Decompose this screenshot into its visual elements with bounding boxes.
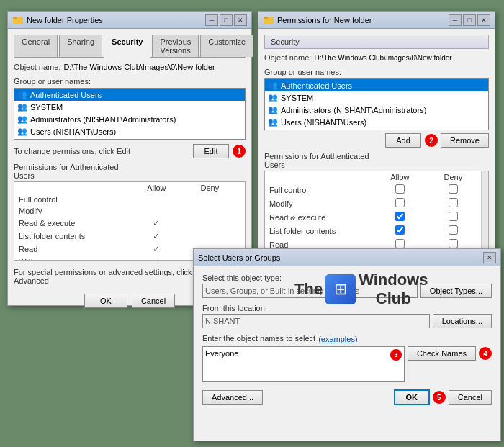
list-item[interactable]: 👥 Users (NISHANT\Users) <box>265 116 488 128</box>
window2-close-btn[interactable]: ✕ <box>477 14 490 26</box>
ok-btn-group: OK 5 <box>394 389 446 405</box>
svg-rect-1 <box>13 17 17 19</box>
perm-deny-check[interactable] <box>427 183 480 197</box>
list-item[interactable]: 👥 SYSTEM <box>265 91 488 104</box>
remove-button[interactable]: Remove <box>441 133 489 148</box>
list-item[interactable]: 👥 Users (NISHANT\Users) <box>14 125 245 137</box>
number4-badge: 4 <box>479 347 492 360</box>
window1-user-list[interactable]: 👥 Authenticated Users 👥 SYSTEM 👥 Adminis… <box>14 88 246 140</box>
edit-button[interactable]: Edit <box>193 144 229 158</box>
add-button[interactable]: Add <box>385 133 421 148</box>
perm-allow-checkbox[interactable] <box>395 198 405 207</box>
perm-allow-cell: ✓ <box>130 256 184 261</box>
window3-content: The ⊞ WindowsClub Select this object typ… <box>194 266 500 412</box>
perm-deny-check[interactable] <box>427 210 480 224</box>
folder-icon2 <box>263 14 274 26</box>
perm-deny-checkbox[interactable] <box>449 184 458 194</box>
window1-ok-button[interactable]: OK <box>84 294 127 308</box>
window1-close-btn[interactable]: ✕ <box>234 14 247 26</box>
window2-security-label: Security <box>271 37 300 46</box>
names-input-row: Everyone 3 Check Names 4 <box>202 346 492 384</box>
window3-object-type-section: Select this object type: Object Types... <box>202 274 492 298</box>
window2-add-remove-row: Add 2 Remove <box>264 133 489 148</box>
window1-permissions-label: Permissions for AuthenticatedUsers <box>14 163 246 180</box>
window1-titlebar: New folder Properties ─ □ ✕ <box>8 12 251 29</box>
window3-controls: ✕ <box>483 252 496 263</box>
list-item-label: Authenticated Users <box>30 91 102 99</box>
window2-titlebar: Permissions for New folder ─ □ ✕ <box>258 12 495 29</box>
perm-allow-cell <box>130 205 184 217</box>
list-item[interactable]: 👥 Authenticated Users <box>265 79 488 91</box>
window3-close-btn[interactable]: ✕ <box>483 252 496 263</box>
perm-allow-check[interactable] <box>373 210 427 224</box>
window2-maximize-btn[interactable]: □ <box>463 14 476 26</box>
perm-name: Read & execute <box>265 210 373 224</box>
perm-deny-cell <box>184 205 236 217</box>
object-types-button[interactable]: Object Types... <box>420 284 492 298</box>
window3-advanced-button[interactable]: Advanced... <box>202 390 263 405</box>
perm-name: List folder contents <box>265 224 373 238</box>
list-item-label: Users (NISHANT\Users) <box>281 118 366 127</box>
perm-allow-check[interactable] <box>373 197 427 210</box>
perm-allow-checkbox[interactable] <box>395 225 405 235</box>
window1-title-text: New folder Properties <box>27 16 103 24</box>
list-item[interactable]: 👥 Administrators (NISHANT\Administrators… <box>265 104 488 116</box>
scrollbar[interactable] <box>481 171 488 249</box>
edit-btn-group: Edit 1 <box>193 144 246 158</box>
window2-permissions-label: Permissions for AuthenticatedUsers <box>264 152 489 169</box>
window2-permissions-table: Allow Deny Full control Modify <box>265 171 480 250</box>
perm-name: Modify <box>14 205 130 217</box>
window2-user-list[interactable]: 👥 Authenticated Users 👥 SYSTEM 👥 Adminis… <box>264 78 489 130</box>
window1-edit-row: To change permissions, click Edit Edit 1 <box>14 144 246 158</box>
window1-tab-bar: General Sharing Security Previous Versio… <box>14 35 246 58</box>
names-textarea[interactable]: Everyone <box>202 346 405 382</box>
window1-object-name-row: Object name: D:\The Windows Club\Images\… <box>14 63 246 71</box>
perm-deny-checkbox[interactable] <box>449 212 458 221</box>
list-item[interactable]: 👥 SYSTEM <box>14 101 245 113</box>
perm-allow-cell: ✓ <box>130 243 184 256</box>
check-names-button[interactable]: Check Names <box>408 346 476 361</box>
window3-cancel-button[interactable]: Cancel <box>449 390 492 405</box>
tab-previous-versions[interactable]: Previous Versions <box>152 35 199 57</box>
perm-allow-checkbox[interactable] <box>395 184 405 194</box>
window1-group-label: Group or user names: <box>14 77 246 86</box>
window3-title-left: Select Users or Groups <box>198 253 280 262</box>
tab-customize[interactable]: Customize <box>200 35 253 57</box>
examples-link[interactable]: (examples) <box>318 335 357 343</box>
window2-permissions-box: Allow Deny Full control Modify <box>264 171 489 250</box>
list-item[interactable]: 👥 Authenticated Users <box>14 89 245 101</box>
window3-object-type-label: Select this object type: <box>202 274 492 282</box>
check-names-group: Check Names 4 <box>408 346 492 361</box>
perm-allow-check[interactable] <box>373 183 427 197</box>
object-type-row: Object Types... <box>202 284 492 298</box>
window2-minimize-btn[interactable]: ─ <box>449 14 462 26</box>
tab-sharing[interactable]: Sharing <box>59 35 102 57</box>
user-icon: 👥 <box>17 127 27 136</box>
perm-deny-check[interactable] <box>427 197 480 210</box>
perm-deny-checkbox[interactable] <box>449 198 458 207</box>
list-item-label: Administrators (NISHANT\Administrators) <box>281 106 426 114</box>
add-btn-group: Add 2 <box>385 133 438 148</box>
perm-deny-check[interactable] <box>427 224 480 238</box>
perm-allow-check[interactable] <box>373 224 427 238</box>
perm-allow-checkbox[interactable] <box>395 239 405 248</box>
window3-bottom-row: Advanced... OK 5 Cancel <box>202 389 492 405</box>
window1-cancel-button[interactable]: Cancel <box>132 294 175 308</box>
window3-ok-button[interactable]: OK <box>394 389 430 405</box>
perm-name: List folder contents <box>14 230 130 243</box>
perm-deny-checkbox[interactable] <box>449 239 458 248</box>
list-item[interactable]: 👥 Administrators (NISHANT\Administrators… <box>14 113 245 125</box>
tab-security[interactable]: Security <box>104 35 150 58</box>
perm-deny-cell <box>184 217 236 230</box>
tab-general[interactable]: General <box>14 35 58 57</box>
perm-name: Modify <box>265 197 373 210</box>
window3-location-label: From this location: <box>202 304 492 312</box>
select-users-window: Select Users or Groups ✕ The ⊞ WindowsCl… <box>193 248 501 441</box>
perm-deny-checkbox[interactable] <box>449 225 458 235</box>
perm-allow-checkbox[interactable] <box>395 212 405 221</box>
window1-maximize-btn[interactable]: □ <box>220 14 233 26</box>
table-row: Full control <box>14 194 245 205</box>
window1-object-label: Object name: <box>14 63 60 71</box>
window1-minimize-btn[interactable]: ─ <box>205 14 218 26</box>
locations-button[interactable]: Locations... <box>433 314 492 328</box>
